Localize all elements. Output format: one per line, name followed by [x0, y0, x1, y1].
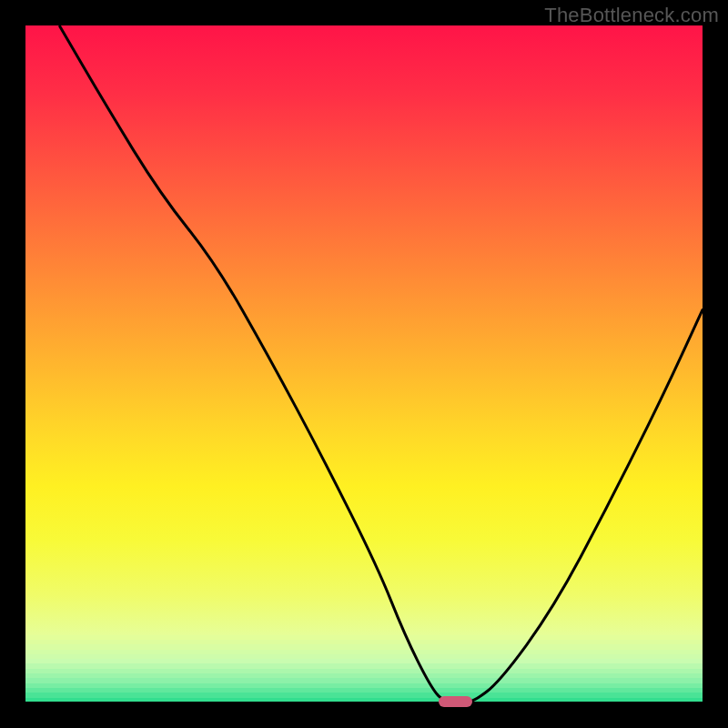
plot-area: [25, 25, 703, 703]
optimal-marker: [439, 696, 472, 707]
watermark-text: TheBottleneck.com: [544, 4, 719, 27]
chart-container: TheBottleneck.com: [0, 0, 728, 728]
gradient-background: [25, 25, 703, 703]
x-axis-line: [25, 702, 703, 704]
